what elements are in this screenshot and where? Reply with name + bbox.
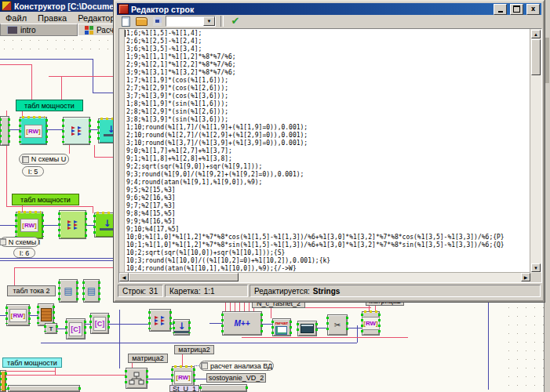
block-none[interactable] xyxy=(200,384,247,392)
label-text: табл мощности xyxy=(20,196,71,204)
block-arrows[interactable] xyxy=(59,210,86,239)
block-none[interactable] xyxy=(8,385,80,392)
vscroll-thumb[interactable] xyxy=(531,39,541,75)
block-arrows[interactable] xyxy=(63,117,90,145)
close-icon: x xyxy=(531,6,535,13)
diagram-label[interactable]: табл мощности xyxy=(12,194,79,205)
block-c[interactable]: [C] xyxy=(66,318,86,339)
label-text: N схемы I xyxy=(9,238,41,246)
label-text: расчет анализа ВД xyxy=(210,362,272,370)
string-select-combobox[interactable]: ▼ xyxy=(166,16,216,27)
close-button[interactable]: x xyxy=(526,4,540,15)
code-editor[interactable]: 1;6;%1[1,5]-%1[1,4]; 2;6;%1[2,5]-%1[2,4]… xyxy=(118,28,542,283)
main-window-scrollbar[interactable] xyxy=(544,0,550,392)
arrows-icon xyxy=(66,219,80,231)
screen: Конструктор [C:\Documents and ФайлПравка… xyxy=(0,0,550,392)
menu-item-Файл[interactable]: Файл xyxy=(0,13,32,24)
label-icon xyxy=(22,156,29,163)
combobox-value xyxy=(166,16,203,26)
block-none[interactable] xyxy=(0,370,6,392)
rows-label: Строк: xyxy=(122,287,146,296)
block-arrows[interactable] xyxy=(149,309,171,332)
diagram-label[interactable]: табл мощности xyxy=(16,100,83,111)
wire xyxy=(93,93,114,93)
block-rw[interactable]: [RW] xyxy=(362,311,380,336)
block-down[interactable]: ↓ xyxy=(173,319,190,336)
block-win[interactable] xyxy=(297,321,317,336)
scrollbar-corner xyxy=(530,273,541,282)
mpp-icon: M++ xyxy=(234,319,250,328)
open-button[interactable] xyxy=(134,16,148,27)
down-icon: ↓ xyxy=(100,220,114,230)
scrollbar-thumb[interactable] xyxy=(545,38,549,83)
wire xyxy=(14,267,15,285)
apply-button[interactable]: ✔ xyxy=(228,16,242,27)
editor-text[interactable]: 1;6;%1[1,5]-%1[1,4]; 2;6;%1[2,5]-%1[2,4]… xyxy=(126,30,530,272)
block-rw[interactable]: [RW] xyxy=(6,304,30,326)
diagram-label[interactable]: I: 5 xyxy=(22,166,44,176)
diagram-label[interactable]: расчет анализа ВД xyxy=(199,361,274,371)
label-text: табл тока 2 xyxy=(13,287,49,295)
status-caret: Каретка: 1:1 xyxy=(165,285,248,297)
diagram-label[interactable]: N схемы I xyxy=(0,237,39,247)
diagram-label[interactable]: St_U_1 xyxy=(169,385,199,392)
scroll-right-icon[interactable]: ▶ xyxy=(521,273,530,281)
scroll-up-icon[interactable]: ▲ xyxy=(531,30,541,38)
label-text: матрица2 xyxy=(178,346,209,354)
block-t[interactable]: T xyxy=(45,323,57,334)
chip-icon xyxy=(41,308,52,321)
block-none[interactable] xyxy=(0,116,9,146)
scroll-left-icon[interactable]: ◀ xyxy=(119,273,129,281)
minimize-button[interactable] xyxy=(494,4,507,15)
new-button[interactable] xyxy=(118,16,133,27)
wire xyxy=(348,328,362,328)
c-icon: [C] xyxy=(69,322,82,336)
dialog-icon xyxy=(118,4,129,14)
vertical-scrollbar[interactable]: ▲ ▼ xyxy=(530,29,541,273)
dialog-titlebar[interactable]: Редактор строк x xyxy=(117,3,541,15)
label-icon xyxy=(201,362,208,369)
hscroll-thumb[interactable] xyxy=(129,273,239,281)
block-rw[interactable]: [RW] xyxy=(20,117,47,145)
minimize-icon xyxy=(498,11,503,13)
block-pechat[interactable]: печат xyxy=(272,318,291,336)
save-button[interactable] xyxy=(150,16,164,27)
text-caret xyxy=(125,30,126,37)
status-rows: Строк: 31 xyxy=(118,285,163,297)
diagram-label[interactable]: табл мощности xyxy=(2,358,62,368)
diagram-label[interactable]: матрица2 xyxy=(174,345,214,354)
wire xyxy=(31,64,32,100)
block-rw[interactable]: [RW] xyxy=(16,212,43,239)
new-document-icon xyxy=(122,16,130,27)
doc-icon: ▤ xyxy=(87,286,96,296)
label-text: sostoyanie_VD_2 xyxy=(209,374,264,382)
scroll-down-icon[interactable]: ▼ xyxy=(531,263,541,272)
diagram-label[interactable]: I: 6 xyxy=(13,248,35,258)
screens-icon xyxy=(7,26,17,34)
block-scissors[interactable]: ✂ xyxy=(327,314,348,336)
block-hier[interactable] xyxy=(126,368,148,389)
string-editor-dialog: Редактор строк x ▼ ✔ 1;6;%1[1,5]-%1[1,4]… xyxy=(114,0,545,302)
maximize-button[interactable] xyxy=(510,4,523,15)
top-ports xyxy=(174,365,192,368)
diagram-label[interactable]: табл тока 2 xyxy=(7,285,56,296)
block-c[interactable]: [C] xyxy=(90,313,109,334)
block-mpp[interactable]: M++ xyxy=(222,311,262,336)
arrows-icon xyxy=(153,314,167,327)
horizontal-scrollbar[interactable]: ◀ ▶ xyxy=(119,272,530,282)
tab-intro[interactable]: intro xyxy=(0,24,78,36)
c-icon: [C] xyxy=(93,317,107,331)
block-doc[interactable]: ▤ xyxy=(59,279,78,303)
block-doc[interactable]: ▤ xyxy=(83,279,100,303)
dropdown-arrow-icon[interactable]: ▼ xyxy=(203,16,215,26)
menu-item-Правка[interactable]: Правка xyxy=(32,13,72,24)
wire xyxy=(43,225,59,226)
diagram-label[interactable]: N схемы U xyxy=(19,154,69,165)
diagram-label[interactable]: sostoyanie_VD_2 xyxy=(206,373,266,383)
wire xyxy=(94,145,95,157)
diagram-label[interactable]: матрица2 xyxy=(128,354,168,363)
label-text: St_U_1 xyxy=(173,385,196,392)
tab-label: intro xyxy=(20,26,35,34)
wire xyxy=(148,379,172,379)
wire xyxy=(119,310,120,368)
